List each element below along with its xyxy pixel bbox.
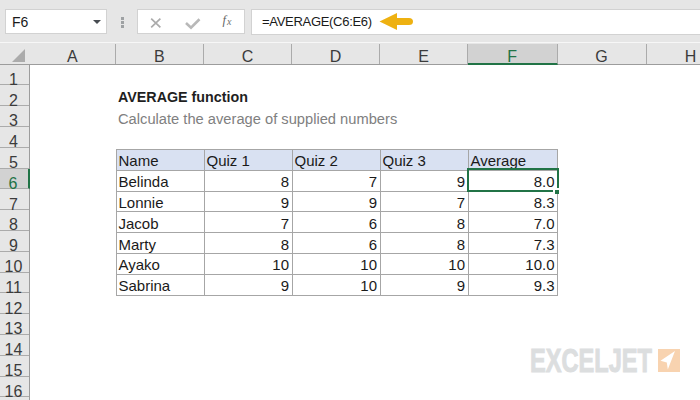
svg-text:x: x	[226, 16, 232, 27]
svg-text:EXCELJET: EXCELJET	[530, 342, 652, 379]
